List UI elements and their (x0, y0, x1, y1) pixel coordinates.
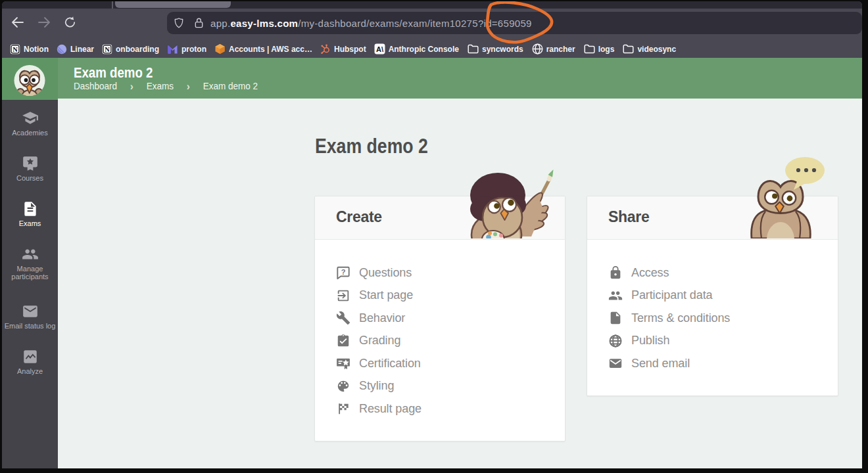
svg-text:?: ? (341, 268, 346, 276)
svg-text:A\: A\ (376, 45, 383, 53)
svg-text:N: N (105, 46, 110, 53)
svg-text:N: N (12, 46, 18, 53)
